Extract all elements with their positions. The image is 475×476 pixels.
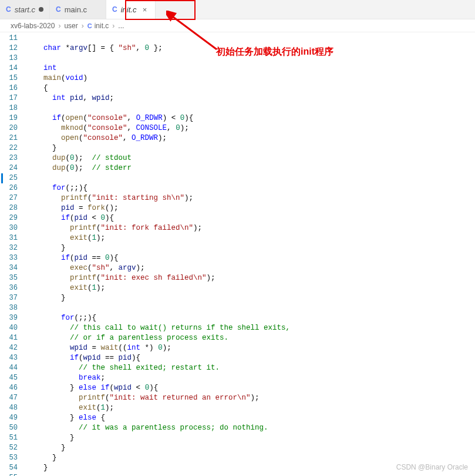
line-number: 20	[0, 123, 18, 133]
code-line: // or if a parentless process exits.	[26, 333, 475, 343]
code-line: for(;;){	[26, 313, 475, 323]
watermark: CSDN @Binary Oracle	[396, 463, 468, 471]
code-line: }	[26, 293, 475, 303]
line-number: 32	[0, 243, 18, 253]
line-number: 46	[0, 383, 18, 393]
line-number: 41	[0, 333, 18, 343]
code-line: exit(1);	[26, 233, 475, 243]
line-number: 13	[0, 53, 18, 63]
code-line: wpid = wait((int *) 0);	[26, 343, 475, 353]
chevron-right-icon: ›	[58, 22, 60, 30]
line-number: 44	[0, 363, 18, 373]
line-number: 47	[0, 393, 18, 403]
line-number: 18	[0, 103, 18, 113]
line-number: 22	[0, 143, 18, 153]
line-number: 14	[0, 63, 18, 73]
tab-start-c[interactable]: Cstart.c	[0, 0, 50, 19]
line-number: 48	[0, 403, 18, 413]
tab-bar: Cstart.cCmain.cCinit.c×	[0, 0, 475, 19]
code-line: int	[26, 63, 475, 73]
c-file-icon: C	[6, 5, 11, 14]
code-line: printf("init: wait returned an error\n")…	[26, 393, 475, 403]
line-number: 16	[0, 83, 18, 93]
line-number: 50	[0, 423, 18, 433]
code-line	[26, 303, 475, 313]
code-line: {	[26, 83, 475, 93]
line-number: 35	[0, 273, 18, 283]
code-line	[26, 53, 475, 63]
code-line: if(open("console", O_RDWR) < 0){	[26, 113, 475, 123]
code-line: }	[26, 453, 475, 463]
line-number: 43	[0, 353, 18, 363]
code-line: } else {	[26, 413, 475, 423]
line-number: 24	[0, 163, 18, 173]
code-line: break;	[26, 373, 475, 383]
code-line: }	[26, 433, 475, 443]
code-line: exit(1);	[26, 403, 475, 413]
code-line: open("console", O_RDWR);	[26, 133, 475, 143]
c-file-icon: C	[87, 22, 92, 29]
dirty-indicator-icon	[39, 7, 43, 12]
line-number: 23	[0, 153, 18, 163]
chevron-right-icon: ›	[82, 22, 84, 30]
code-line: dup(0); // stderr	[26, 163, 475, 173]
line-number: 11	[0, 33, 18, 43]
line-number: 38	[0, 303, 18, 313]
line-number: 36	[0, 283, 18, 293]
line-number: 30	[0, 223, 18, 233]
line-number: 40	[0, 323, 18, 333]
code-line: // the shell exited; restart it.	[26, 363, 475, 373]
code-line: printf("init: exec sh failed\n");	[26, 273, 475, 283]
chevron-right-icon: ›	[112, 22, 114, 30]
line-number: 19	[0, 113, 18, 123]
code-line: main(void)	[26, 73, 475, 83]
code-line	[26, 473, 475, 476]
line-number: 52	[0, 443, 18, 453]
code-line: char *argv[] = { "sh", 0 };	[26, 43, 475, 53]
code-line: pid = fork();	[26, 203, 475, 213]
line-number: 37	[0, 293, 18, 303]
tab-label: init.c	[121, 5, 137, 14]
tab-label: start.c	[15, 5, 35, 14]
code-line: // this call to wait() returns if the sh…	[26, 323, 475, 333]
code-line: exit(1);	[26, 283, 475, 293]
line-number: 53	[0, 453, 18, 463]
line-number: 45	[0, 373, 18, 383]
line-number: 29	[0, 213, 18, 223]
line-number: 39	[0, 313, 18, 323]
code-line: printf("init: starting sh\n");	[26, 193, 475, 203]
tab-label: main.c	[65, 5, 87, 14]
code-line: } else if(wpid < 0){	[26, 383, 475, 393]
editor-area: 1112131415161718192021222324252627282930…	[0, 32, 475, 463]
line-number: 21	[0, 133, 18, 143]
code-line: }	[26, 143, 475, 153]
line-number: 12	[0, 43, 18, 53]
code-line: if(pid < 0){	[26, 213, 475, 223]
line-number: 51	[0, 433, 18, 443]
c-file-icon: C	[56, 5, 61, 14]
line-number: 17	[0, 93, 18, 103]
line-number: 27	[0, 193, 18, 203]
code-line: }	[26, 443, 475, 453]
breadcrumb-part[interactable]: user	[64, 22, 78, 30]
line-number: 42	[0, 343, 18, 353]
line-number: 31	[0, 233, 18, 243]
breadcrumb-part[interactable]: xv6-labs-2020	[11, 22, 55, 30]
code-line	[26, 173, 475, 183]
tab-main-c[interactable]: Cmain.c	[50, 0, 106, 19]
breadcrumb-part[interactable]: init.c	[95, 22, 109, 30]
line-number: 34	[0, 263, 18, 273]
code-content[interactable]: char *argv[] = { "sh", 0 }; int main(voi…	[26, 32, 475, 463]
code-line: mknod("console", CONSOLE, 0);	[26, 123, 475, 133]
breadcrumb[interactable]: xv6-labs-2020›user›Cinit.c›...	[0, 19, 475, 32]
code-line: for(;;){	[26, 183, 475, 193]
modified-indicator	[1, 173, 3, 183]
tab-init-c[interactable]: Cinit.c×	[106, 0, 156, 19]
code-line: dup(0); // stdout	[26, 153, 475, 163]
breadcrumb-part[interactable]: ...	[118, 22, 124, 30]
close-icon[interactable]: ×	[140, 5, 149, 14]
code-line	[26, 33, 475, 43]
line-number: 33	[0, 253, 18, 263]
line-number: 26	[0, 183, 18, 193]
code-line: exec("sh", argv);	[26, 263, 475, 273]
